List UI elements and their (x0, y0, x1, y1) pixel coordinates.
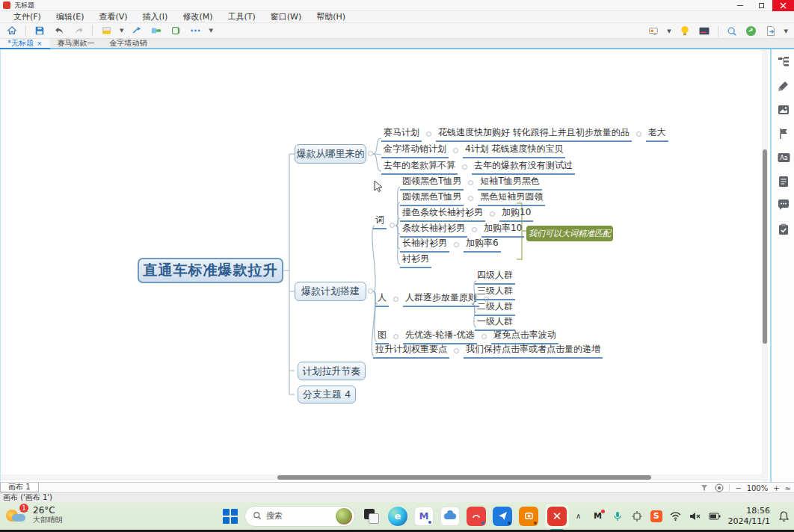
topic[interactable]: 赛马计划 (381, 126, 422, 142)
collapse-handle[interactable] (393, 334, 398, 339)
zoom-out-button[interactable]: − (735, 484, 741, 492)
presentation-icon[interactable] (647, 25, 659, 37)
central-topic[interactable]: 直通车标准爆款拉升 (138, 258, 283, 283)
topic[interactable]: 避免点击率波动 (491, 329, 558, 344)
menu-window[interactable]: 窗口(W) (263, 11, 309, 22)
messenger-app-icon[interactable] (493, 507, 512, 526)
collapse-handle[interactable] (454, 348, 459, 353)
home-icon[interactable] (6, 25, 18, 37)
topic[interactable]: 拉升计划权重要点 (373, 343, 449, 359)
marker-icon[interactable] (100, 25, 112, 37)
close-button[interactable] (772, 0, 794, 11)
notification-bell-icon[interactable] (778, 510, 790, 522)
more-icon[interactable] (189, 25, 201, 37)
edge-browser-icon[interactable]: e (388, 507, 407, 526)
collapse-handle[interactable] (390, 223, 395, 228)
topic[interactable]: 长袖衬衫男 (400, 237, 449, 253)
cloud-app-icon[interactable] (440, 507, 460, 526)
summary-callout[interactable]: 我们可以大词精准匹配 (526, 226, 613, 241)
battery-icon[interactable] (709, 510, 721, 522)
menu-file[interactable]: 文件(F) (6, 11, 49, 22)
topic-people[interactable]: 人 (375, 291, 389, 307)
microphone-icon[interactable] (612, 510, 624, 522)
tab-close-icon[interactable]: × (37, 40, 43, 47)
topic[interactable]: 黑色短袖男圆领 (478, 191, 545, 206)
topic[interactable]: 加购10 (499, 206, 533, 222)
notes-icon[interactable] (778, 175, 790, 188)
start-button[interactable] (223, 509, 238, 524)
summary-icon[interactable] (150, 25, 162, 37)
menu-insert[interactable]: 插入(I) (135, 11, 176, 22)
save-icon[interactable] (34, 25, 46, 37)
format-brush-icon[interactable] (778, 79, 790, 92)
more-dropdown-icon[interactable]: ▼ (209, 28, 212, 34)
topic[interactable]: 人群逐步放量原则 (403, 291, 479, 307)
topic-picture[interactable]: 图 (375, 329, 389, 344)
topic[interactable]: 衬衫男 (400, 253, 431, 268)
marker-dropdown-icon[interactable]: ▼ (120, 28, 123, 34)
topic-word[interactable]: 词 (373, 214, 387, 229)
share-icon[interactable] (745, 25, 757, 37)
topic[interactable]: 花钱速度快加购好 转化跟得上并且初步放量的品 (436, 126, 632, 142)
weather-widget[interactable]: 1 26°C 大部晴朗 (6, 505, 63, 525)
horizontal-scrollbar[interactable] (1, 474, 763, 480)
collapse-handle[interactable] (426, 132, 431, 137)
main-topic-source[interactable]: 爆款从哪里来的 (295, 144, 366, 164)
task-view-button[interactable] (362, 507, 381, 526)
menu-help[interactable]: 帮助(H) (309, 11, 353, 22)
search-icon[interactable] (726, 25, 738, 37)
structure-icon[interactable] (778, 55, 790, 68)
horizontal-scrollbar-thumb[interactable] (277, 475, 651, 480)
redo-icon[interactable] (73, 25, 84, 37)
collapse-handle[interactable] (468, 196, 473, 201)
filter-icon[interactable] (700, 483, 709, 492)
taskbar-clock[interactable]: 18:56 2024/11/1 (728, 506, 770, 527)
boundary-icon[interactable] (170, 25, 182, 37)
menu-tools[interactable]: 工具(T) (220, 11, 262, 22)
tab-saima[interactable]: 赛马测款一 (50, 39, 102, 48)
presentation-dropdown-icon[interactable]: ▼ (667, 28, 671, 34)
tab-untitled[interactable]: *无标题 × (0, 39, 50, 49)
mindmaster-app-icon[interactable]: M (414, 507, 434, 526)
overview-eye-icon[interactable] (714, 483, 724, 493)
zoom-in-button[interactable]: + (773, 484, 779, 492)
collapse-handle[interactable] (454, 242, 459, 247)
collapse-handle[interactable] (453, 148, 458, 153)
collapse-handle[interactable] (481, 334, 487, 339)
maximize-button[interactable] (751, 0, 772, 11)
remote-tool-icon[interactable] (631, 510, 643, 522)
topic-level4[interactable]: 四级人群 (475, 269, 515, 285)
topic[interactable]: 撞色条纹长袖衬衫男 (400, 206, 485, 222)
collapse-handle[interactable] (468, 180, 473, 185)
collapse-handle[interactable] (462, 164, 467, 170)
topic-level2[interactable]: 二级人群 (475, 300, 515, 316)
label-icon[interactable]: Aa (778, 151, 790, 164)
lightbulb-icon[interactable] (679, 25, 691, 37)
collapse-handle[interactable] (636, 132, 641, 137)
topic[interactable]: 先优选-轮播-优选 (403, 329, 477, 344)
camera-app-icon[interactable] (519, 507, 538, 526)
search-highlight-image[interactable] (336, 508, 352, 525)
topic[interactable]: 圆领黑色T恤男 (400, 191, 464, 206)
topic[interactable]: 去年的老款算不算 (381, 159, 458, 175)
export-dropdown-icon[interactable]: ▼ (784, 28, 788, 34)
minimize-button[interactable] (729, 0, 751, 11)
tab-jinzita[interactable]: 金字塔动销 (102, 39, 155, 48)
flag-icon[interactable] (778, 127, 790, 140)
sheet-tab-canvas1[interactable]: 画布 1 (0, 483, 39, 492)
screen-share-icon[interactable] (698, 25, 710, 37)
collapse-handle[interactable] (490, 211, 495, 217)
collapse-handle[interactable] (368, 288, 373, 294)
menu-edit[interactable]: 编辑(E) (49, 11, 92, 22)
menu-modify[interactable]: 修改(M) (175, 11, 220, 22)
topic[interactable]: 圆领黑色T恤男 (400, 175, 464, 191)
collapse-handle[interactable] (368, 151, 373, 156)
zoom-fit-button[interactable]: ≈ (785, 484, 791, 492)
comment-icon[interactable] (778, 199, 790, 211)
topic[interactable]: 我们保持点击率或者点击量的递增 (464, 343, 603, 359)
topic[interactable]: 加购率6 (464, 237, 501, 253)
topic[interactable]: 条纹长袖衬衫男 (400, 222, 467, 238)
volume-muted-icon[interactable] (689, 510, 701, 522)
main-topic-plan[interactable]: 爆款计划搭建 (295, 282, 366, 301)
vertical-scrollbar-thumb[interactable] (763, 149, 767, 344)
